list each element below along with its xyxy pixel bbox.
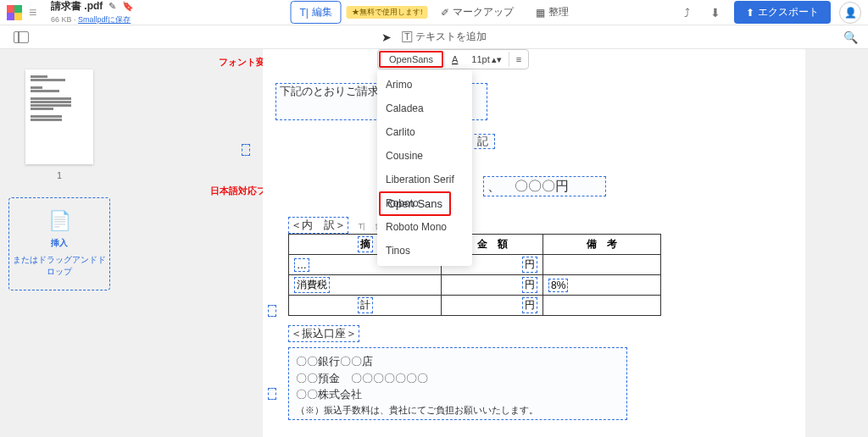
add-text-tool[interactable]: T テキストを追加 (402, 30, 486, 44)
download-icon[interactable]: ⬇ (705, 3, 726, 23)
font-family-dropdown: Arimo Caladea Carlito Cousine Liberation… (377, 69, 472, 266)
panel-toggle-icon[interactable] (14, 31, 29, 43)
font-option-cousine[interactable]: Cousine (377, 144, 472, 168)
document-page: 下記のとおりご請求 記 、 〇〇〇円 ＜内 訳＞ T| 🗑 摘 金 額 備 考 (263, 49, 805, 437)
page-thumbnail-1[interactable] (25, 69, 93, 164)
font-toolbar: OpenSans A 11pt▴▾ ≡ (377, 49, 529, 69)
font-option-carlito[interactable]: Carlito (377, 120, 472, 144)
table-row: … 円 (289, 255, 661, 275)
selection-marker-1[interactable] (242, 144, 250, 156)
font-option-caladea[interactable]: Caladea (377, 97, 472, 120)
cell-total[interactable]: 計 (358, 297, 373, 313)
text-tool-icon: T| (359, 222, 365, 230)
file-meta: 66 KB · Smallpdfに保存 (51, 15, 131, 24)
top-right-tools: ⤴ ⬇ ⬆ エクスポート 👤 (676, 1, 861, 24)
font-color-button[interactable]: A (445, 54, 465, 64)
tab-edit[interactable]: T| 編集 (291, 1, 342, 24)
selection-marker-3[interactable] (268, 388, 276, 400)
insert-page-icon: 📄 (48, 210, 71, 232)
export-button[interactable]: ⬆ エクスポート (734, 1, 831, 24)
tab-markup[interactable]: ✐ マークアップ (432, 2, 522, 23)
user-icon: 👤 (844, 7, 857, 19)
save-link[interactable]: Smallpdfに保存 (78, 15, 131, 24)
align-button[interactable]: ≡ (509, 54, 528, 64)
font-option-arimo[interactable]: Arimo (377, 73, 472, 97)
share-icon[interactable]: ⤴ (676, 3, 697, 23)
search-icon[interactable]: 🔍 (843, 30, 858, 44)
page-number: 1 (57, 171, 62, 180)
file-info: 請求書 .pdf ✎ 🔖 66 KB · Smallpdfに保存 (51, 0, 134, 25)
heading-account: ＜振込口座＞ (288, 325, 359, 342)
heading-breakdown: ＜内 訳＞ T| 🗑 (288, 217, 382, 234)
table-row: 消費税 円 8% (289, 275, 661, 296)
cell-tax[interactable]: 消費税 (294, 277, 330, 293)
font-option-tinos[interactable]: Tinos (377, 239, 472, 263)
favorite-icon[interactable]: 🔖 (122, 1, 134, 11)
menu-icon[interactable]: ≡ (29, 5, 42, 20)
upload-icon: ⬆ (746, 7, 754, 19)
insert-page-dropzone[interactable]: 📄 挿入 またはドラッグアンドドロップ (8, 197, 110, 290)
rename-icon[interactable]: ✎ (108, 1, 116, 11)
table-row: 計 円 (289, 296, 661, 316)
tab-organize[interactable]: ▦ 整理 (527, 2, 577, 23)
font-option-opensans[interactable]: Open Sans (379, 191, 451, 216)
cell-taxpct[interactable]: 8% (548, 279, 568, 292)
selection-marker-2[interactable] (268, 305, 276, 317)
font-family-button[interactable]: OpenSans (379, 51, 443, 68)
markup-icon: ✐ (441, 7, 449, 19)
font-size-stepper[interactable]: 11pt▴▾ (465, 54, 508, 65)
th-summary: 摘 (358, 236, 373, 252)
text-block-rec[interactable]: 記 (470, 134, 495, 149)
cursor-tool-icon[interactable]: ➤ (381, 30, 392, 44)
cell-dots[interactable]: … (294, 258, 309, 272)
text-block-amount[interactable]: 、 〇〇〇円 (483, 176, 606, 196)
top-bar: ≡ 請求書 .pdf ✎ 🔖 66 KB · Smallpdfに保存 T| 編集… (0, 0, 868, 25)
font-option-robotomono[interactable]: Roboto Mono (377, 215, 472, 239)
textbox-icon: T (402, 31, 412, 42)
app-logo (7, 5, 22, 20)
stepper-icon: ▴▾ (492, 54, 502, 65)
account-button[interactable]: 👤 (839, 2, 861, 24)
trial-badge[interactable]: ★無料で使用します! (347, 6, 428, 19)
font-color-icon: A (452, 54, 458, 64)
thumbnail-sidebar: 1 📄 挿入 またはドラッグアンドドロップ (0, 49, 119, 437)
text-block-bank[interactable]: 〇〇銀行〇〇店 〇〇預金 〇〇〇〇〇〇〇 〇〇株式会社 （※）振込手数料は、貴社… (288, 347, 627, 420)
table-row: 摘 金 額 備 考 (289, 235, 661, 255)
breakdown-table: 摘 金 額 備 考 … 円 消費税 円 8% 計 円 (288, 234, 661, 316)
font-option-liberation[interactable]: Liberation Serif (377, 168, 472, 191)
mode-tabs: T| 編集 ★無料で使用します! ✐ マークアップ ▦ 整理 (291, 1, 578, 24)
th-remarks: 備 考 (543, 235, 661, 255)
edit-toolbar: ➤ T テキストを追加 🔍 (0, 25, 868, 49)
page-canvas[interactable]: フォント変更ボタンを押下 日本語対応フォントを選択 下記のとおりご請求 記 、 … (119, 49, 868, 437)
file-title: 請求書 .pdf (51, 0, 103, 12)
align-icon: ≡ (516, 54, 521, 64)
edit-icon: T| (300, 7, 309, 19)
organize-icon: ▦ (536, 7, 545, 19)
cell-yen[interactable]: 円 (522, 257, 537, 273)
